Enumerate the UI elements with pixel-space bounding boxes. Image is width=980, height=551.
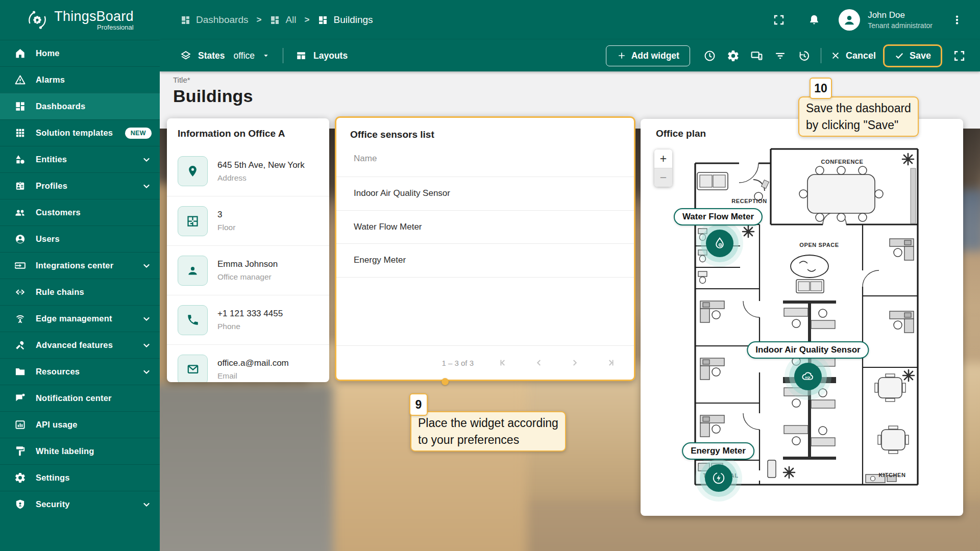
top-header: Dashboards > All > Buildings John Doe: [160, 0, 980, 40]
sidebar-item-users[interactable]: Users: [0, 226, 160, 252]
close-icon: [830, 51, 841, 61]
step-number: 9: [415, 398, 422, 412]
sidebar-item-integrations-center[interactable]: Integrations center: [0, 252, 160, 279]
fullscreen-button[interactable]: [768, 9, 790, 31]
filter-icon[interactable]: [769, 44, 792, 67]
expand-fullscreen-icon[interactable]: [947, 44, 971, 67]
last-page-button[interactable]: [604, 357, 617, 369]
water-drop-icon[interactable]: [706, 230, 733, 257]
table-pagination: 1 – 3 of 3: [336, 345, 634, 380]
sidebar-item-solution-templates[interactable]: Solution templates NEW: [0, 119, 160, 146]
sidebar-item-customers[interactable]: Customers: [0, 199, 160, 226]
sidebar-item-security[interactable]: Security: [0, 491, 160, 517]
sensor-row[interactable]: Energy Meter: [336, 244, 634, 278]
marker-label-energy-meter[interactable]: Energy Meter: [682, 442, 754, 460]
sidebar-item-label: Security: [36, 499, 70, 509]
breadcrumb-all[interactable]: All: [270, 14, 296, 26]
air-quality-cloud-icon[interactable]: AQI: [794, 363, 822, 390]
notifications-bell-icon[interactable]: [803, 9, 825, 31]
sidebar-item-rule-chains[interactable]: Rule chains: [0, 279, 160, 305]
input-icon: [14, 260, 26, 272]
chevron-down-icon: [141, 367, 152, 377]
sidebar-item-label: Resources: [36, 367, 80, 377]
title-field-label: Title*: [173, 76, 253, 84]
layouts-label: Layouts: [313, 51, 348, 61]
widget-title: Information on Office A: [167, 118, 329, 146]
sidebar-item-label: Home: [36, 48, 60, 58]
location-pin-icon: [178, 156, 208, 186]
first-page-button[interactable]: [497, 357, 509, 369]
previous-page-button[interactable]: [533, 357, 545, 369]
sidebar-item-home[interactable]: Home: [0, 40, 160, 66]
message-dot-icon: [14, 392, 26, 405]
sensor-row[interactable]: Water Flow Meter: [336, 211, 634, 244]
svg-text:AQI: AQI: [805, 376, 811, 379]
user-name: John Doe: [868, 10, 933, 21]
energy-bolt-icon[interactable]: [705, 464, 732, 492]
room-label-open-space: OPEN SPACE: [799, 242, 839, 248]
thingsboard-logo-icon: ƒ: [26, 9, 48, 31]
page-title: Buildings: [173, 86, 253, 106]
sensor-row[interactable]: Indoor Air Quality Sensor: [336, 177, 634, 211]
folder-icon: [14, 366, 26, 378]
sidebar-item-dashboards[interactable]: Dashboards: [0, 93, 160, 119]
breadcrumb-dashboards[interactable]: Dashboards: [180, 14, 248, 26]
brand-logo[interactable]: ƒ ThingsBoard Professional: [0, 0, 160, 40]
check-icon: [894, 51, 904, 61]
sidebar-item-label: Notification center: [36, 393, 112, 403]
antenna-icon: [14, 313, 26, 325]
states-selector[interactable]: States office: [180, 50, 271, 61]
info-value: 3: [217, 210, 235, 220]
layouts-button[interactable]: Layouts: [296, 50, 348, 61]
breadcrumb-buildings[interactable]: Buildings: [317, 14, 373, 26]
chevron-down-icon: [141, 499, 152, 510]
sidebar-item-label: Dashboards: [36, 102, 85, 111]
save-button[interactable]: Save: [883, 44, 942, 67]
sidebar-item-alarms[interactable]: Alarms: [0, 66, 160, 93]
callout-text-line: Place the widget according: [418, 415, 558, 432]
zoom-out-button[interactable]: −: [654, 168, 672, 187]
callout-text-line: to your preferences: [418, 432, 558, 448]
sidebar-item-resources[interactable]: Resources: [0, 358, 160, 385]
pagination-range: 1 – 3 of 3: [442, 359, 474, 367]
marker-label-water-flow-meter[interactable]: Water Flow Meter: [674, 208, 763, 226]
user-avatar[interactable]: [839, 9, 860, 31]
time-window-clock-icon[interactable]: [698, 44, 722, 67]
tutorial-step-10-badge: 10: [810, 78, 832, 99]
dashboard-settings-gear-icon[interactable]: [722, 44, 745, 67]
id-badge-icon: [14, 180, 26, 192]
sidebar-item-label: API usage: [36, 420, 78, 430]
zoom-in-button[interactable]: +: [654, 149, 672, 168]
sidebar-item-label: Profiles: [36, 181, 67, 191]
sidebar-item-profiles[interactable]: Profiles: [0, 172, 160, 199]
marker-label-indoor-air-quality-sensor[interactable]: Indoor Air Quality Sensor: [747, 341, 869, 359]
plus-icon: [617, 51, 627, 61]
kebab-menu-icon[interactable]: [946, 9, 968, 31]
sidebar-item-advanced-features[interactable]: Advanced features: [0, 332, 160, 358]
tutorial-step-9-callout: Place the widget according to your prefe…: [410, 411, 566, 452]
sidebar-item-notification-center[interactable]: Notification center: [0, 385, 160, 411]
cancel-button[interactable]: Cancel: [830, 51, 876, 61]
states-icon: [180, 50, 191, 61]
next-page-button[interactable]: [569, 357, 581, 369]
sidebar-item-edge-management[interactable]: Edge management: [0, 305, 160, 332]
sidebar-item-entities[interactable]: Entities: [0, 146, 160, 172]
toolbar-icon-group: [698, 44, 816, 67]
device-layouts-icon[interactable]: [745, 44, 769, 67]
map-zoom-control: + −: [654, 149, 672, 187]
chevron-down-icon: [141, 261, 152, 271]
office-plan-widget[interactable]: Office plan + −: [641, 119, 963, 516]
column-header-name[interactable]: Name: [336, 149, 634, 177]
caret-down-icon: [261, 51, 271, 60]
user-info[interactable]: John Doe Tenant administrator: [868, 10, 933, 30]
office-sensors-list-widget[interactable]: Office sensors list Name Indoor Air Qual…: [335, 116, 635, 381]
sidebar-item-api-usage[interactable]: API usage: [0, 411, 160, 438]
info-value: office.a@mail.com: [217, 358, 289, 368]
breadcrumb-label: Buildings: [333, 14, 373, 26]
add-widget-button[interactable]: Add widget: [606, 45, 690, 66]
version-history-icon[interactable]: [792, 44, 816, 67]
information-widget[interactable]: Information on Office A 645 5th Ave, New…: [167, 118, 329, 382]
sidebar-item-white-labeling[interactable]: White labeling: [0, 438, 160, 464]
widget-resize-handle[interactable]: [442, 378, 449, 385]
sidebar-item-settings[interactable]: Settings: [0, 464, 160, 491]
